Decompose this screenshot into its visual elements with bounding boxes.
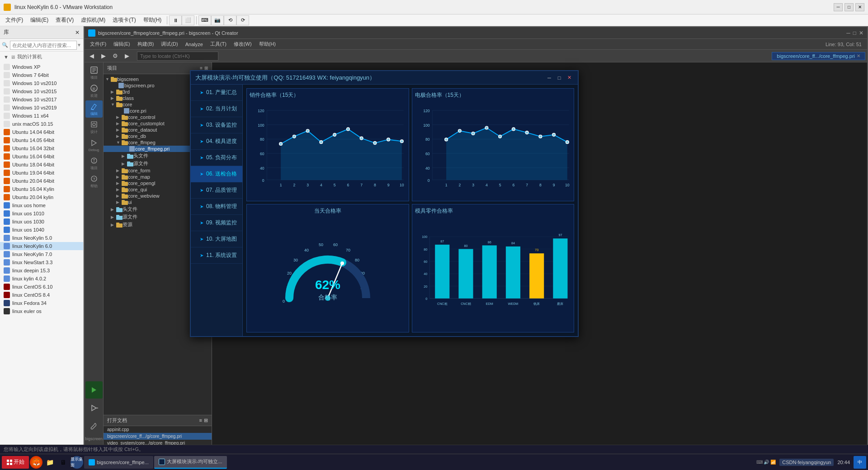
bs-nav-07[interactable]: ➤ 07. 品质管理 [191,182,242,199]
sidebar-item-ubuntu2004k[interactable]: Ubuntu 20.04 kylin [0,193,83,201]
qt-menu-edit[interactable]: 编辑(E) [110,40,134,48]
qt-menu-analyze[interactable]: Analyze [182,41,207,48]
snapshot-back-button[interactable]: ⟲ [224,15,236,25]
bs-max-button[interactable]: □ [555,74,563,81]
qt-menu-modify[interactable]: 修改(W) [230,40,255,48]
qt-menu-build[interactable]: 构建(B) [134,40,158,48]
sidebar-item-kylin402[interactable]: linux kylin 4.0.2 [0,275,83,283]
sidebar-item-win7[interactable]: Windows 7 64bit [0,71,83,79]
sidebar-item-newstart[interactable]: linux NewStart 3.3 [0,258,83,266]
sidebar-item-fedora34[interactable]: linux Fedora 34 [0,299,83,307]
bs-nav-03[interactable]: ➤ 03. 设备监控 [191,117,242,133]
open-file-appinit[interactable]: appinit.cpp [104,426,212,433]
sidebar-item-ubuntu1604-64[interactable]: Ubuntu 16.04 64bit [0,152,83,161]
sidebar-item-neokylin6[interactable]: linux NeoKylin 6.0 [0,242,83,250]
sidebar-item-euler[interactable]: linux euler os [0,307,83,315]
sidebar-item-neokylin5[interactable]: linux NeoKylin 5.0 [0,234,83,242]
bs-nav-09[interactable]: ➤ 09. 视频监控 [191,215,242,231]
menu-help[interactable]: 帮助(H) [140,15,165,25]
sidebar-item-win10-2015[interactable]: Windows 10 vs2015 [0,87,83,95]
sidebar-item-win10-2019[interactable]: Windows 10 vs2019 [0,104,83,112]
sidebar-item-winxp[interactable]: Windows XP [0,63,83,71]
qt-toolbar-fwd[interactable]: ▶ [98,51,109,61]
sidebar-root-item[interactable]: ▼ 🖥 我的计算机 [0,52,83,62]
sidebar-item-uos-home[interactable]: linux uos home [0,201,83,209]
taskbar-icon-desktop[interactable]: 显示桌面 [71,456,83,469]
minimize-button[interactable]: ─ [834,3,843,11]
open-files-more-icon[interactable]: ≡ [199,418,202,423]
sidebar-item-centos84[interactable]: linux CentOS 8.4 [0,291,83,299]
taskbar-lang-btn[interactable]: 中 [854,456,866,469]
search-dropdown-icon[interactable]: ▼ [77,43,81,47]
bs-nav-04[interactable]: ➤ 04. 模具进度 [191,133,242,150]
qt-icon-welcome[interactable]: 欢 欢迎 [85,82,103,100]
close-button[interactable]: ✕ [855,3,864,11]
pause-button[interactable]: ⏸ [169,15,182,25]
qt-toolbar-back[interactable]: ◀ [86,51,97,61]
bs-nav-06[interactable]: ➤ 06. 送检合格 [191,166,242,182]
bs-min-button[interactable]: ─ [545,74,553,81]
qt-icon-project2[interactable]: 项目 [85,155,103,172]
qt-menu-tools[interactable]: 工具(T) [207,40,230,48]
menu-file[interactable]: 文件(F) [2,15,27,25]
taskbar-icon-app2[interactable]: 🖥 [57,456,70,469]
sidebar-close-button[interactable]: ✕ [75,29,80,36]
qt-locate-input[interactable] [137,52,218,61]
qt-menu-debug[interactable]: 调试(D) [157,40,181,48]
qt-icon-project[interactable]: 项目 [85,64,103,81]
qt-icon-wrench[interactable] [85,418,103,435]
qt-tab-close-icon[interactable]: ✕ [857,53,860,58]
qt-menu-help[interactable]: 帮助(H) [255,40,279,48]
sidebar-item-win11[interactable]: Windows 11 x64 [0,112,83,120]
sidebar-item-ubuntu2004[interactable]: Ubuntu 20.04 64bit [0,177,83,185]
sidebar-item-ubuntu1804[interactable]: Ubuntu 18.04 64bit [0,161,83,169]
sidebar-item-uos1030[interactable]: linux uos 1030 [0,218,83,226]
qt-icon-debug-bottom[interactable] [85,399,103,417]
open-file-ffmpeg-pri[interactable]: bigscreen/core_ff.../g/core_ffmpeg.pri [104,433,212,440]
menu-edit[interactable]: 编辑(E) [27,15,52,25]
taskbar-task-bigscreen[interactable]: 大屏模块演示-均可独立... [154,456,227,469]
sidebar-item-neokylin7[interactable]: linux NeoKylin 7.0 [0,250,83,258]
bs-nav-10[interactable]: ➤ 10. 大屏地图 [191,231,242,247]
taskbar-icon-app1[interactable]: 📁 [43,456,56,469]
taskbar-task-qt[interactable]: bigscreen/core_ffmpe... [84,456,153,469]
qt-menu-file[interactable]: 文件(F) [86,40,110,48]
snapshot-fwd-button[interactable]: ⟳ [236,15,249,25]
send-key-button[interactable]: ⌨ [198,15,211,25]
sidebar-item-ubuntu1405[interactable]: Ubuntu 14.05 64bit [0,136,83,144]
qt-icon-design[interactable]: 设计 [85,119,103,136]
taskbar-icon-firefox[interactable]: 🦊 [30,456,42,469]
open-files-expand-icon[interactable]: ⊞ [204,418,208,423]
bs-nav-02[interactable]: ➤ 02. 当月计划 [191,101,242,117]
qt-icon-run-bottom[interactable] [85,381,103,399]
sidebar-item-win10-2017[interactable]: Windows 10 vs2017 [0,95,83,104]
qt-icon-debug[interactable]: Debug [85,137,103,154]
bs-nav-05[interactable]: ➤ 05. 负荷分布 [191,150,242,166]
qt-toolbar-build[interactable]: ⚙ [110,51,121,61]
toolbar-btn2[interactable]: ⬜ [182,15,194,25]
bs-nav-01[interactable]: ➤ 01. 产量汇总 [191,85,242,101]
qt-file-tab[interactable]: bigscreen/core_ff.../core_ffmpeg.pri ✕ [772,52,865,60]
sidebar-item-centos610[interactable]: linux CentOS 6.10 [0,283,83,291]
qt-icon-edit[interactable]: 编辑 [85,100,103,118]
menu-view[interactable]: 查看(V) [52,15,77,25]
sidebar-item-deepin[interactable]: linux deepin 15.3 [0,266,83,275]
qt-max-button[interactable]: □ [853,30,856,36]
snapshot-button[interactable]: 📷 [211,15,224,25]
bs-nav-08[interactable]: ➤ 08. 物料管理 [191,199,242,215]
sidebar-item-ubuntu1404[interactable]: Ubuntu 14.04 64bit [0,128,83,136]
menu-tab[interactable]: 选项卡(T) [109,15,139,25]
sidebar-item-ubuntu1604k[interactable]: Ubuntu 16.04 Kylin [0,185,83,193]
start-button[interactable]: 开始 [2,456,29,469]
search-input[interactable] [10,41,77,50]
qt-close-button[interactable]: ✕ [859,30,863,36]
sidebar-item-uos1010[interactable]: linux uos 1010 [0,209,83,218]
maximize-button[interactable]: □ [844,3,854,11]
sidebar-item-ubuntu1904[interactable]: Ubuntu 19.04 64bit [0,169,83,177]
qt-toolbar-run[interactable]: ▶ [122,51,132,61]
sidebar-item-ubuntu1604-32[interactable]: Ubuntu 16.04 32bit [0,144,83,152]
sidebar-item-macos[interactable]: unix macOS 10.15 [0,120,83,128]
qt-icon-help[interactable]: ? 帮助 [85,173,103,190]
bs-close-button[interactable]: ✕ [565,74,573,81]
sidebar-item-uos1040[interactable]: linux uos 1040 [0,226,83,234]
